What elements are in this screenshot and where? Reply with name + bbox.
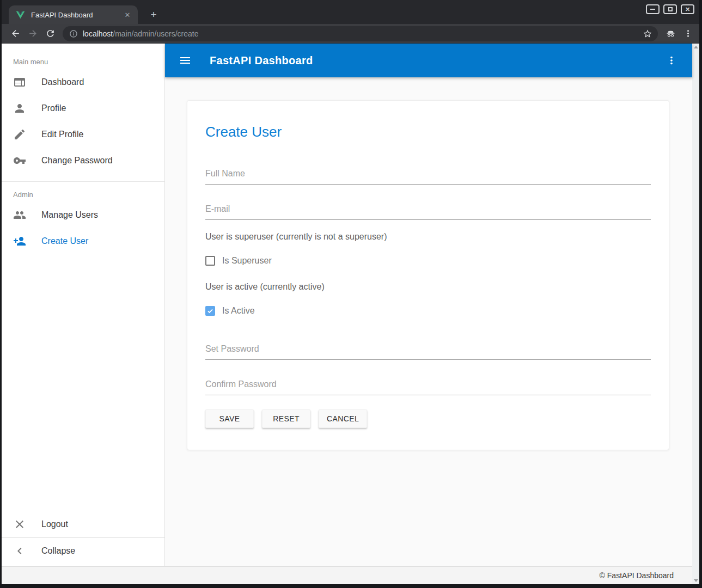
sidebar-item-label: Profile (41, 103, 66, 113)
create-user-card: Create User User is superuser (currently… (187, 100, 669, 450)
page-title: Create User (205, 124, 651, 140)
sidebar-section-admin: Admin (2, 182, 164, 202)
browser-menu-kebab-icon[interactable] (681, 27, 695, 41)
key-icon (13, 154, 26, 167)
hamburger-menu-icon[interactable] (179, 54, 192, 67)
set-password-field-wrap (205, 341, 651, 360)
page-footer: © FastAPI Dashboard (2, 566, 692, 584)
sidebar-item-label: Dashboard (41, 77, 84, 87)
minimize-button[interactable] (646, 4, 660, 14)
confirm-password-field-wrap (205, 376, 651, 395)
confirm-password-input[interactable] (205, 376, 651, 395)
sidebar-item-create-user[interactable]: Create User (2, 228, 164, 254)
content-area: Create User User is superuser (currently… (165, 77, 692, 566)
sidebar-item-change-password[interactable]: Change Password (2, 148, 164, 174)
is-superuser-row[interactable]: Is Superuser (205, 256, 651, 266)
copyright-text: © FastAPI Dashboard (600, 571, 674, 580)
pencil-icon (13, 128, 26, 141)
checkbox-label: Is Active (222, 306, 255, 316)
tab-close-icon[interactable]: ✕ (123, 10, 132, 20)
window-controls: ✕ (646, 4, 694, 14)
sidebar-item-profile[interactable]: Profile (2, 95, 164, 121)
sidebar-item-collapse[interactable]: Collapse (2, 538, 164, 564)
browser-titlebar: FastAPI Dashboard ✕ + ✕ (2, 0, 699, 24)
reload-icon[interactable] (43, 27, 57, 41)
browser-scrollbar[interactable] (692, 44, 699, 584)
new-tab-button[interactable]: + (146, 8, 161, 22)
sidebar-item-logout[interactable]: Logout (2, 511, 164, 537)
incognito-icon (663, 27, 677, 41)
is-superuser-checkbox[interactable] (205, 256, 215, 266)
browser-tab[interactable]: FastAPI Dashboard ✕ (9, 5, 138, 24)
scroll-down-arrow-icon[interactable] (694, 579, 698, 582)
vue-logo-icon (16, 11, 25, 19)
url-host: localhost (83, 29, 113, 38)
email-field-wrap (205, 201, 651, 220)
appbar-kebab-icon[interactable] (664, 53, 679, 68)
bookmark-star-icon[interactable] (643, 29, 652, 39)
chevron-left-icon (13, 544, 26, 558)
sidebar-item-label: Manage Users (41, 210, 98, 220)
sidebar-item-label: Change Password (41, 156, 113, 166)
email-input[interactable] (205, 201, 651, 220)
checkbox-label: Is Superuser (222, 256, 272, 266)
browser-window: FastAPI Dashboard ✕ + ✕ localhost/main/a… (0, 0, 702, 588)
app-bar: FastAPI Dashboard (165, 44, 692, 77)
page-viewport: Main menu Dashboard Profile (2, 44, 699, 584)
is-active-row[interactable]: Is Active (205, 306, 651, 316)
url-path: /main/admin/users/create (113, 29, 198, 38)
cancel-button[interactable]: CANCEL (319, 409, 367, 428)
close-window-button[interactable]: ✕ (681, 4, 694, 14)
save-button[interactable]: SAVE (205, 409, 254, 428)
sidebar-item-manage-users[interactable]: Manage Users (2, 202, 164, 228)
dashboard-icon (13, 76, 26, 89)
forward-icon[interactable] (26, 27, 40, 41)
sidebar-item-dashboard[interactable]: Dashboard (2, 69, 164, 95)
form-buttons: SAVE RESET CANCEL (205, 409, 651, 428)
sidebar: Main menu Dashboard Profile (2, 44, 165, 566)
main-area: FastAPI Dashboard Create User (165, 44, 692, 566)
page-info-icon[interactable] (69, 29, 78, 38)
sidebar-item-label: Edit Profile (41, 130, 83, 139)
active-hint: User is active (currently active) (205, 282, 651, 292)
sidebar-bottom: Logout Collapse (2, 511, 164, 566)
back-icon[interactable] (8, 27, 22, 41)
is-active-checkbox[interactable] (205, 306, 215, 316)
full-name-field-wrap (205, 166, 651, 185)
set-password-input[interactable] (205, 341, 651, 360)
scroll-up-arrow-icon[interactable] (694, 46, 698, 48)
sidebar-section-main-menu: Main menu (2, 44, 164, 69)
tab-title: FastAPI Dashboard (31, 11, 123, 19)
browser-toolbar: localhost/main/admin/users/create (2, 24, 699, 44)
superuser-hint: User is superuser (currently is not a su… (205, 232, 651, 242)
sidebar-item-label: Create User (41, 236, 88, 246)
full-name-input[interactable] (205, 166, 651, 185)
person-icon (13, 102, 26, 115)
url-bar[interactable]: localhost/main/admin/users/create (63, 26, 658, 41)
close-icon (13, 518, 26, 531)
sidebar-item-label: Logout (41, 519, 68, 529)
group-icon (13, 209, 26, 222)
person-add-icon (13, 235, 26, 248)
appbar-title: FastAPI Dashboard (210, 54, 313, 67)
sidebar-item-label: Collapse (41, 546, 75, 556)
maximize-button[interactable] (663, 4, 677, 14)
sidebar-item-edit-profile[interactable]: Edit Profile (2, 121, 164, 148)
reset-button[interactable]: RESET (262, 409, 310, 428)
